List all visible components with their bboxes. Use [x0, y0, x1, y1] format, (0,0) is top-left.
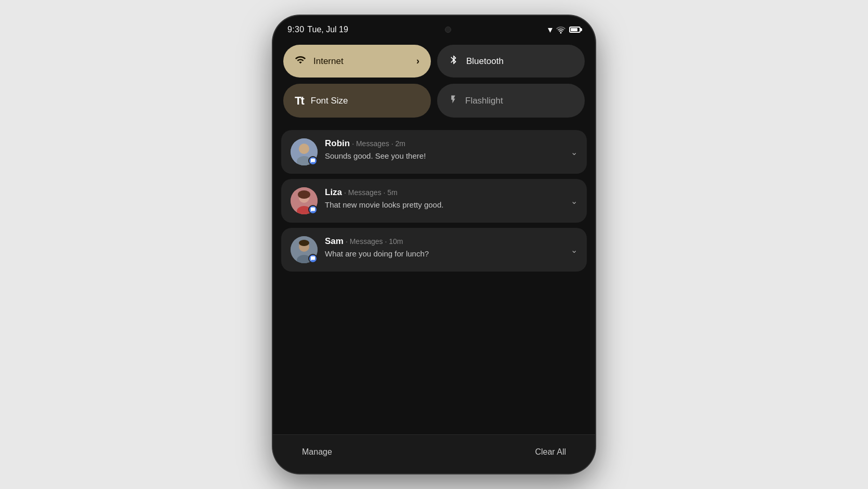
bottom-bar: Manage Clear All	[273, 434, 595, 473]
liza-content: Liza · Messages · 5m That new movie look…	[325, 187, 563, 210]
sam-badge	[308, 254, 318, 263]
robin-sender: Robin	[325, 138, 350, 149]
liza-sender: Liza	[325, 187, 342, 198]
liza-header: Liza · Messages · 5m	[325, 187, 563, 198]
robin-content: Robin · Messages · 2m Sounds good. See y…	[325, 138, 563, 161]
wifi-icon	[556, 25, 566, 34]
robin-expand[interactable]: ⌄	[571, 147, 577, 157]
sam-meta: · Messages · 10m	[346, 237, 403, 246]
status-bar: 9:30 Tue, Jul 19 ▾	[273, 16, 595, 40]
sam-header: Sam · Messages · 10m	[325, 236, 563, 247]
avatar-liza	[291, 187, 318, 214]
notification-liza[interactable]: Liza · Messages · 5m That new movie look…	[281, 179, 587, 223]
liza-message: That new movie looks pretty good.	[325, 200, 563, 210]
robin-message: Sounds good. See you there!	[325, 151, 563, 161]
bluetooth-tile[interactable]: Bluetooth	[437, 45, 585, 78]
phone-frame: 9:30 Tue, Jul 19 ▾	[273, 16, 595, 473]
fontsize-label: Font Size	[311, 96, 419, 106]
wifi-status-icon: ▾	[548, 24, 553, 35]
svg-point-5	[298, 190, 310, 199]
liza-expand[interactable]: ⌄	[571, 196, 577, 206]
internet-tile[interactable]: Internet ›	[283, 45, 431, 78]
manage-button[interactable]: Manage	[294, 443, 340, 461]
svg-point-1	[299, 144, 309, 154]
status-center	[445, 27, 451, 33]
svg-point-9	[299, 240, 309, 246]
internet-icon	[295, 54, 306, 68]
status-date: Tue, Jul 19	[307, 25, 348, 34]
sam-message: What are you doing for lunch?	[325, 249, 563, 259]
bluetooth-icon	[449, 54, 459, 68]
fontsize-icon: Tt	[295, 94, 304, 108]
liza-meta: · Messages · 5m	[344, 188, 398, 197]
robin-badge	[308, 156, 318, 165]
status-time: 9:30	[287, 25, 304, 34]
notifications-area: Robin · Messages · 2m Sounds good. See y…	[273, 126, 595, 434]
sam-expand[interactable]: ⌄	[571, 245, 577, 255]
flashlight-icon	[449, 93, 458, 108]
clear-all-button[interactable]: Clear All	[527, 443, 574, 461]
fontsize-tile[interactable]: Tt Font Size	[283, 84, 431, 118]
avatar-robin	[291, 138, 318, 165]
bluetooth-label: Bluetooth	[466, 56, 573, 67]
flashlight-label: Flashlight	[465, 96, 573, 106]
status-left: 9:30 Tue, Jul 19	[287, 25, 348, 34]
notification-robin[interactable]: Robin · Messages · 2m Sounds good. See y…	[281, 130, 587, 174]
status-right: ▾	[548, 24, 581, 35]
robin-header: Robin · Messages · 2m	[325, 138, 563, 149]
camera-dot	[445, 27, 451, 33]
battery-icon	[569, 27, 581, 33]
internet-label: Internet	[313, 56, 409, 67]
internet-chevron: ›	[416, 56, 419, 67]
sam-sender: Sam	[325, 236, 344, 247]
quick-settings: Internet › Bluetooth Tt Font Size	[273, 40, 595, 126]
avatar-sam	[291, 236, 318, 263]
sam-content: Sam · Messages · 10m What are you doing …	[325, 236, 563, 259]
notification-sam[interactable]: Sam · Messages · 10m What are you doing …	[281, 228, 587, 272]
phone-screen: 9:30 Tue, Jul 19 ▾	[273, 16, 595, 473]
robin-meta: · Messages · 2m	[352, 139, 405, 148]
flashlight-tile[interactable]: Flashlight	[437, 84, 585, 118]
liza-badge	[308, 205, 318, 214]
